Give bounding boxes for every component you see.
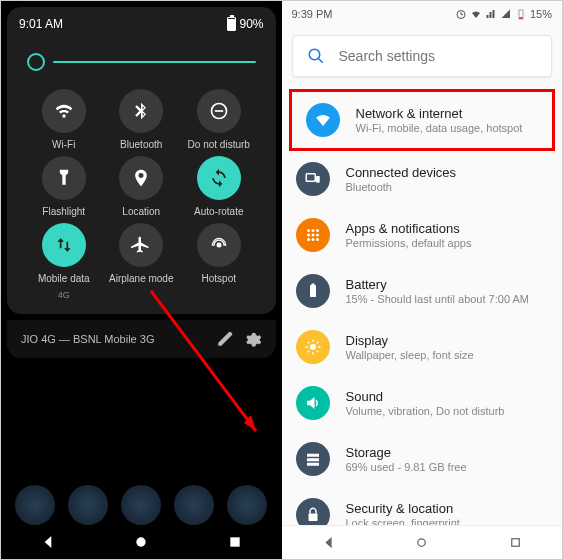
svg-point-14 [316, 229, 319, 232]
clock: 9:01 AM [19, 17, 63, 31]
svg-rect-29 [512, 539, 520, 547]
settings-item-display[interactable]: DisplayWallpaper, sleep, font size [282, 319, 563, 375]
settings-item-battery[interactable]: Battery15% - Should last until about 7:0… [282, 263, 563, 319]
tile-label: Wi-Fi [52, 139, 75, 150]
dock [1, 485, 282, 525]
settings-item-storage[interactable]: Storage69% used - 9.81 GB free [282, 431, 563, 487]
search-placeholder: Search settings [339, 48, 436, 64]
home-icon[interactable] [133, 534, 149, 550]
tile-label: Location [122, 206, 160, 217]
recent-icon[interactable] [508, 535, 523, 550]
carrier-text: JIO 4G — BSNL Mobile 3G [21, 333, 154, 345]
battery-icon [304, 282, 322, 300]
quick-settings-panel: 9:01 AM 90% Wi-Fi Bluetooth Do not distu… [1, 1, 282, 559]
dnd-icon [209, 101, 229, 121]
item-title: Security & location [346, 501, 460, 516]
svg-rect-11 [316, 176, 320, 183]
svg-rect-8 [519, 17, 523, 19]
back-icon[interactable] [321, 535, 336, 550]
svg-rect-26 [307, 463, 319, 466]
airplane-icon [131, 235, 151, 255]
search-bar[interactable]: Search settings [292, 35, 553, 77]
sound-icon [304, 394, 322, 412]
tile-hotspot[interactable]: Hotspot [180, 223, 258, 300]
item-sub: 69% used - 9.81 GB free [346, 461, 467, 473]
wifi-icon [314, 111, 332, 129]
signal-icon [500, 8, 512, 20]
svg-point-15 [307, 234, 310, 237]
svg-marker-3 [244, 415, 256, 431]
tile-label: Hotspot [202, 273, 236, 284]
tile-autorotate[interactable]: Auto-rotate [180, 156, 258, 217]
svg-rect-27 [308, 514, 317, 522]
wifi-icon [54, 101, 74, 121]
tile-label: Airplane mode [109, 273, 173, 284]
settings-item-apps[interactable]: Apps & notificationsPermissions, default… [282, 207, 563, 263]
svg-point-28 [418, 539, 426, 547]
item-title: Apps & notifications [346, 221, 472, 236]
dock-app-icon[interactable] [174, 485, 214, 525]
item-title: Battery [346, 277, 529, 292]
status-bar: 9:39 PM 15% [282, 1, 563, 27]
flashlight-icon [54, 168, 74, 188]
svg-point-19 [311, 238, 314, 241]
storage-icon [304, 450, 322, 468]
tile-wifi[interactable]: Wi-Fi [25, 89, 103, 150]
brightness-icon [27, 53, 45, 71]
item-title: Connected devices [346, 165, 457, 180]
battery-icon [515, 8, 527, 20]
search-icon [307, 47, 325, 65]
item-sub: Permissions, default apps [346, 237, 472, 249]
wifi-icon [470, 8, 482, 20]
svg-rect-21 [310, 285, 316, 297]
tile-airplane[interactable]: Airplane mode [103, 223, 181, 300]
svg-point-18 [307, 238, 310, 241]
svg-point-2 [216, 243, 221, 248]
item-title: Display [346, 333, 474, 348]
dock-app-icon[interactable] [15, 485, 55, 525]
tile-sublabel: 4G [58, 290, 70, 300]
tile-bluetooth[interactable]: Bluetooth [103, 89, 181, 150]
brightness-slider[interactable] [7, 37, 276, 79]
tile-location[interactable]: Location [103, 156, 181, 217]
navbar [282, 525, 563, 559]
status-bar: 9:01 AM 90% [7, 11, 276, 37]
home-icon[interactable] [414, 535, 429, 550]
svg-point-12 [307, 229, 310, 232]
svg-point-9 [309, 49, 320, 60]
tile-dnd[interactable]: Do not disturb [180, 89, 258, 150]
item-title: Sound [346, 389, 505, 404]
settings-item-sound[interactable]: SoundVolume, vibration, Do not disturb [282, 375, 563, 431]
dock-app-icon[interactable] [121, 485, 161, 525]
svg-rect-5 [230, 537, 239, 546]
settings-gear-icon[interactable] [244, 330, 262, 348]
signal-icon [485, 8, 497, 20]
item-sub: Bluetooth [346, 181, 457, 193]
autorotate-icon [209, 168, 229, 188]
svg-point-17 [316, 234, 319, 237]
tile-mobiledata[interactable]: Mobile data 4G [25, 223, 103, 300]
settings-item-network[interactable]: Network & internetWi-Fi, mobile, data us… [289, 89, 556, 151]
apps-icon [304, 226, 322, 244]
recent-icon[interactable] [227, 534, 243, 550]
item-sub: Wallpaper, sleep, font size [346, 349, 474, 361]
svg-rect-25 [307, 458, 319, 461]
settings-item-connected[interactable]: Connected devicesBluetooth [282, 151, 563, 207]
tile-flashlight[interactable]: Flashlight [25, 156, 103, 217]
alarm-icon [455, 8, 467, 20]
qs-footer: JIO 4G — BSNL Mobile 3G [7, 320, 276, 358]
back-icon[interactable] [40, 534, 56, 550]
item-sub: Volume, vibration, Do not disturb [346, 405, 505, 417]
svg-point-16 [311, 234, 314, 237]
edit-icon[interactable] [216, 330, 234, 348]
svg-point-20 [316, 238, 319, 241]
brightness-track[interactable] [53, 61, 256, 63]
dock-app-icon[interactable] [68, 485, 108, 525]
battery-pct: 90% [239, 17, 263, 31]
item-sub: Wi-Fi, mobile, data usage, hotspot [356, 122, 523, 134]
svg-point-13 [311, 229, 314, 232]
tile-label: Auto-rotate [194, 206, 243, 217]
settings-app: 9:39 PM 15% Search settings Network & in… [282, 1, 563, 559]
dock-app-icon[interactable] [227, 485, 267, 525]
display-icon [304, 338, 322, 356]
